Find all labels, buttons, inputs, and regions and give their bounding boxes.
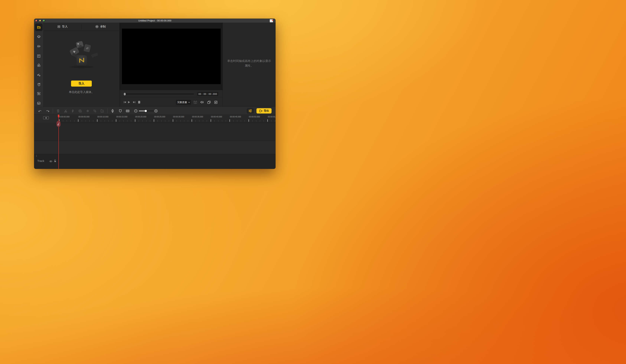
sidebar-item-annotations[interactable]: [36, 53, 42, 60]
add-marker-button[interactable]: [118, 108, 123, 113]
redo-button[interactable]: [45, 108, 50, 113]
playhead-flag[interactable]: [58, 115, 59, 117]
quality-dropdown-label: 完整质量: [177, 101, 187, 104]
add-keyframe-button[interactable]: [85, 108, 90, 113]
tab-import[interactable]: 导入: [43, 23, 81, 31]
track-lock-toggle[interactable]: [54, 159, 57, 163]
ruler-tick: [218, 120, 218, 122]
snapshot-camera-button[interactable]: [193, 100, 197, 104]
zoom-out-button[interactable]: [133, 108, 138, 113]
title-bar: Untitled Project - 00:00:00.000: [34, 19, 275, 23]
sidebar-item-audio-effects[interactable]: [36, 43, 42, 50]
scrubber-track[interactable]: [125, 94, 194, 94]
ruler-tick: [127, 120, 127, 122]
sidebar-item-media[interactable]: [35, 24, 42, 31]
delete-button[interactable]: [56, 108, 61, 113]
crop-button[interactable]: [92, 108, 97, 113]
timeline-ruler-row: 0:00:00.00000:00:05.00000:00:10.00000:00…: [34, 115, 275, 123]
window-title: Untitled Project - 00:00:00.000: [34, 19, 275, 23]
volume-button[interactable]: [200, 100, 204, 104]
ruler-tick: [112, 120, 112, 122]
main-area: 导入 录制: [34, 23, 275, 107]
sidebar-item-library[interactable]: [36, 33, 42, 40]
tab-record[interactable]: 录制: [81, 23, 119, 31]
play-button[interactable]: [127, 100, 131, 104]
playhead-handle[interactable]: [57, 121, 61, 127]
ruler-tick: [135, 119, 135, 122]
import-hint-text[interactable]: 单击此处导入媒体。: [43, 90, 119, 94]
layers-icon: [37, 35, 41, 39]
timeline-ruler[interactable]: 0:00:00.00000:00:05.00000:00:10.00000:00…: [58, 115, 275, 123]
detach-canvas-button[interactable]: [207, 100, 211, 104]
ruler-tick: [78, 119, 78, 122]
add-track-button[interactable]: [43, 116, 49, 119]
notifications-bell-icon[interactable]: [270, 19, 273, 22]
ruler-label: 00:00:50.000: [249, 116, 260, 118]
ruler-tick: [85, 120, 86, 122]
ruler-tick: [184, 120, 184, 122]
export-button[interactable]: 导出: [256, 108, 272, 113]
previous-frame-button[interactable]: [123, 100, 127, 104]
ruler-tick: [161, 120, 161, 122]
track-row[interactable]: 1 Track: [34, 154, 275, 169]
import-media-button[interactable]: 导入: [71, 81, 92, 87]
ruler-tick: [123, 120, 124, 122]
scrubber-handle[interactable]: [124, 93, 126, 96]
ruler-label: 0:00:00.000: [60, 116, 70, 118]
crop-icon: [93, 109, 97, 113]
extend-frame-button[interactable]: [70, 108, 75, 113]
trash-icon: [56, 109, 60, 113]
voice-narration-button[interactable]: [110, 108, 115, 113]
keyframe-diamond-icon: [86, 109, 89, 113]
media-box-logo: [77, 55, 87, 65]
ruler-tick: [230, 119, 230, 122]
project-settings-button[interactable]: [247, 108, 254, 113]
ruler-tick: [233, 120, 234, 122]
ruler-tick: [260, 120, 260, 122]
step-forward-icon: [133, 101, 136, 103]
split-button[interactable]: [63, 108, 68, 113]
undo-button[interactable]: [38, 108, 42, 113]
ruler-tick: [226, 120, 226, 122]
playhead-handle-icon: [57, 122, 60, 126]
folder-icon: [37, 25, 41, 29]
music-file-icon: [83, 44, 91, 52]
diagonal-arrows-icon: [37, 73, 41, 77]
quality-dropdown[interactable]: 完整质量: [176, 100, 191, 105]
timeline-empty-area[interactable]: [34, 123, 275, 141]
sidebar-item-behaviors[interactable]: [36, 81, 42, 88]
toolbar-divider: [53, 108, 53, 113]
play-speed-icon: [78, 109, 82, 113]
ruler-tick: [180, 120, 181, 122]
timeline-zoom-slider[interactable]: [139, 109, 154, 112]
zoom-slider-knob[interactable]: [145, 110, 147, 112]
stop-button[interactable]: [137, 100, 141, 104]
zoom-in-button[interactable]: [153, 108, 158, 113]
ruler-tick: [173, 119, 173, 122]
tab-record-label: 录制: [100, 25, 106, 29]
sidebar-item-animations[interactable]: [36, 90, 42, 97]
next-frame-button[interactable]: [132, 100, 136, 104]
timeline-empty-row[interactable]: [34, 141, 275, 154]
sidebar-item-templates[interactable]: [36, 100, 42, 106]
chevron-down-icon: [188, 102, 190, 103]
preview-canvas[interactable]: [122, 29, 221, 84]
sidebar-item-visual-effects[interactable]: [36, 62, 42, 69]
ruler-tick: [264, 120, 264, 122]
track-visibility-toggle[interactable]: [49, 160, 53, 163]
ruler-tick: [199, 120, 199, 122]
scrubber-row: 00 : 00 : 00 .000: [120, 90, 223, 98]
fit-timeline-button[interactable]: [125, 108, 130, 113]
track-number: 1: [36, 155, 37, 157]
track-name-label[interactable]: Track: [37, 159, 44, 163]
fullscreen-button[interactable]: [214, 100, 218, 104]
zoom-slider-empty: [146, 111, 154, 111]
tab-import-label: 导入: [62, 25, 68, 29]
ruler-tick: [207, 120, 207, 122]
ruler-tick: [150, 120, 150, 122]
ruler-tick: [188, 120, 188, 122]
edit-clip-button[interactable]: [100, 108, 105, 113]
ruler-label: 00:00:30.000: [173, 116, 184, 118]
sidebar-item-transitions[interactable]: [36, 71, 42, 78]
clip-speed-button[interactable]: [78, 108, 82, 113]
